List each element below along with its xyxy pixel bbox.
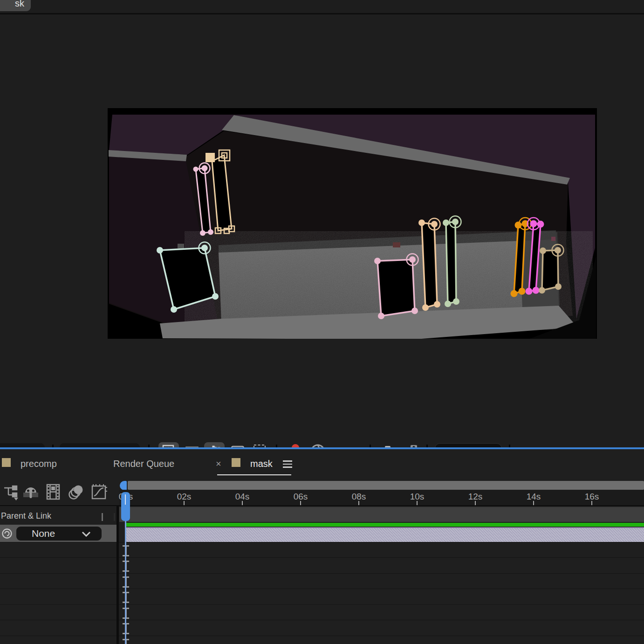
panel-menu-icon[interactable] — [283, 460, 292, 470]
ruler-tick-label: 08s — [349, 492, 369, 502]
column-divider[interactable] — [116, 506, 119, 644]
shy-button[interactable] — [22, 484, 39, 501]
composition-mini-flowchart-icon — [3, 484, 20, 500]
ruler-tick-label: 10s — [407, 492, 427, 502]
row-separator — [0, 636, 644, 636]
close-tab-icon[interactable]: × — [216, 459, 221, 469]
motion-blur-icon — [68, 484, 85, 500]
rendered-frames-bar — [126, 523, 644, 527]
timeline-panel: precomp Render Queue × mask — [0, 449, 644, 644]
graph-editor-button[interactable] — [90, 484, 107, 502]
playhead-slit — [125, 494, 126, 505]
ruler-tick — [475, 501, 476, 505]
ruler-tick-label: 06s — [290, 492, 311, 502]
parent-dropdown-value: None — [32, 528, 55, 539]
ruler-tick — [242, 501, 243, 505]
column-resize-handle[interactable] — [102, 513, 103, 521]
comp-scene — [108, 108, 597, 339]
frame-blending-button[interactable] — [46, 484, 61, 502]
frame-blending-icon — [46, 484, 61, 500]
wall-sign-left — [178, 244, 184, 248]
ruler-tick-label: 02s — [174, 492, 194, 502]
parent-dropdown[interactable]: None — [16, 527, 102, 541]
row-separator — [0, 589, 644, 589]
ruler-tick — [417, 501, 418, 505]
tab-render-queue[interactable]: Render Queue — [113, 459, 174, 469]
ruler-tick — [533, 501, 534, 505]
wall-sign-right — [551, 237, 555, 241]
top-tab-bar: sk — [0, 0, 644, 13]
ruler-tick-label: 14s — [523, 492, 544, 502]
mask-tab-swatch — [232, 458, 240, 467]
row-separator — [0, 573, 644, 574]
ruler-border — [0, 505, 644, 506]
row-separator — [0, 542, 644, 542]
layer-duration-bar[interactable] — [126, 527, 644, 542]
chevron-down-icon — [82, 531, 91, 537]
wall-sign-mid — [393, 242, 400, 247]
ruler-tick-label: 04s — [232, 492, 253, 502]
parent-link-column-header: Parent & Link — [1, 511, 51, 521]
graph-editor-icon — [90, 484, 107, 500]
composition-mini-flowchart-button[interactable] — [3, 484, 20, 502]
panel-tab-label: sk — [15, 0, 24, 9]
ruler-tick — [358, 501, 359, 505]
shy-icon — [22, 484, 39, 500]
motion-blur-button[interactable] — [68, 484, 85, 502]
track-header-strip — [119, 507, 644, 522]
tab-mask-active[interactable]: mask — [250, 459, 273, 469]
row-separator — [0, 604, 644, 605]
precomp-tab-swatch — [2, 458, 11, 467]
composition-viewer-panel: (Half) — [0, 14, 644, 447]
composition-canvas[interactable] — [108, 108, 597, 339]
ruler-tick — [184, 501, 185, 505]
panel-tab-mask-partial[interactable]: sk — [0, 0, 31, 11]
time-ruler[interactable]: 00s 02s 04s 06s 08s 10s 12s 14s 16s — [119, 490, 644, 505]
pick-whip-icon[interactable] — [1, 528, 13, 540]
playhead-line — [125, 505, 126, 644]
column-resize-handle[interactable] — [114, 513, 115, 521]
ruler-tick-label: 16s — [582, 492, 602, 502]
row-separator — [0, 557, 644, 558]
ruler-tick — [591, 501, 592, 505]
ruler-tick-label: 12s — [465, 492, 486, 502]
tab-precomp[interactable]: precomp — [21, 459, 57, 469]
navigator-start-handle[interactable] — [120, 481, 127, 490]
row-separator — [0, 620, 644, 620]
mask-outline-rose-mid[interactable] — [374, 254, 418, 320]
timeline-navigator-bar[interactable] — [128, 481, 644, 490]
ruler-tick — [300, 501, 301, 505]
active-tab-underline — [217, 474, 291, 475]
